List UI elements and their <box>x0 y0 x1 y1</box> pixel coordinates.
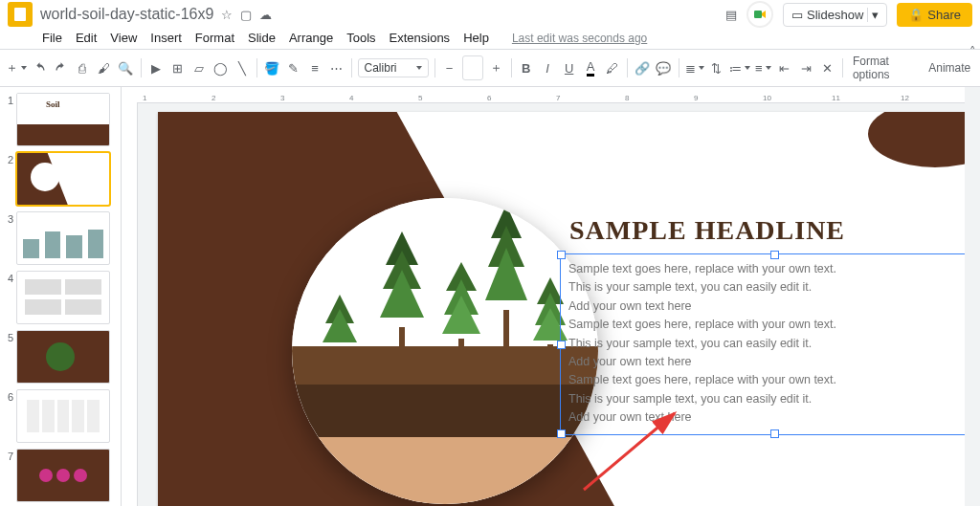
menu-arrange[interactable]: Arrange <box>289 31 333 45</box>
text-line: Sample text goes here, replace with your… <box>568 260 965 278</box>
tree-icon <box>483 205 529 385</box>
new-slide-button[interactable]: ＋ <box>6 56 27 79</box>
redo-button[interactable] <box>53 56 71 79</box>
border-weight-button[interactable]: ≡ <box>306 56 324 79</box>
slides-app-icon[interactable] <box>8 2 33 27</box>
border-color-button[interactable]: ✎ <box>284 56 302 79</box>
font-family-select[interactable]: Calibri <box>358 58 429 77</box>
slide-thumb-2[interactable] <box>16 152 110 206</box>
canvas-area: 12345678910111213 SAMPLE HEADLINE Sample… <box>122 87 965 506</box>
menu-view[interactable]: View <box>110 31 137 45</box>
dropdown-caret-icon[interactable]: ▾ <box>867 8 879 22</box>
expand-toolbar-icon[interactable]: ˄ <box>969 50 976 58</box>
print-button[interactable]: ⎙ <box>74 56 92 79</box>
slide-thumb-3[interactable] <box>16 211 110 265</box>
slideshow-button[interactable]: ▭ Slideshow ▾ <box>783 3 887 27</box>
list-bullet-button[interactable]: ≔ <box>729 56 750 79</box>
header-area: world-soil-day-static-16x9 ☆ ▢ ☁ ▤ ▭ Sli… <box>0 0 980 50</box>
text-line: Sample text goes here, replace with your… <box>568 316 965 334</box>
menu-slide[interactable]: Slide <box>248 31 276 45</box>
menu-extensions[interactable]: Extensions <box>390 31 451 45</box>
text-color-button[interactable]: A <box>582 56 600 79</box>
comments-icon[interactable]: ▤ <box>725 8 737 22</box>
svg-line-15 <box>584 413 675 490</box>
fill-color-button[interactable]: 🪣 <box>263 56 281 79</box>
resize-handle[interactable] <box>557 429 566 438</box>
menu-help[interactable]: Help <box>463 31 489 45</box>
text-line: Sample text goes here, replace with your… <box>568 371 965 389</box>
menu-insert[interactable]: Insert <box>150 31 182 45</box>
text-line: Add your own text here <box>568 353 965 371</box>
insert-link-button[interactable]: 🔗 <box>634 56 652 79</box>
clear-format-button[interactable]: ✕ <box>819 56 837 79</box>
last-edit-link[interactable]: Last edit was seconds ago <box>512 32 647 45</box>
align-button[interactable]: ≣ <box>685 56 704 79</box>
tree-icon <box>321 295 359 385</box>
present-icon: ▭ <box>791 8 803 22</box>
format-options-button[interactable]: Format options <box>849 55 921 81</box>
font-size-input[interactable] <box>462 55 483 80</box>
slide-thumb-7[interactable] <box>16 449 110 502</box>
slide-thumb-1[interactable]: Soil <box>16 93 110 146</box>
line-spacing-button[interactable]: ⇅ <box>708 56 726 79</box>
image-tool[interactable]: ▱ <box>189 56 208 79</box>
document-title[interactable]: world-soil-day-static-16x9 <box>40 6 213 23</box>
font-size-dec[interactable]: − <box>440 56 458 79</box>
text-line: Add your own text here <box>568 297 965 316</box>
zoom-button[interactable]: 🔍 <box>117 56 135 79</box>
slide-thumb-4[interactable] <box>16 271 110 324</box>
paint-format-button[interactable]: 🖌 <box>96 56 114 79</box>
svg-marker-2 <box>323 309 357 342</box>
textbox-tool[interactable]: ⊞ <box>168 56 187 79</box>
menu-tools[interactable]: Tools <box>346 31 375 45</box>
select-tool[interactable]: ▶ <box>146 56 165 79</box>
highlight-button[interactable]: 🖊 <box>603 56 621 79</box>
indent-dec-button[interactable]: ⇤ <box>776 56 794 79</box>
slide-headline[interactable]: SAMPLE HEADLINE <box>569 215 845 246</box>
right-rail <box>965 87 980 506</box>
resize-handle[interactable] <box>770 429 779 438</box>
resize-handle[interactable] <box>770 251 779 259</box>
border-dash-button[interactable]: ⋯ <box>327 56 345 79</box>
svg-rect-0 <box>754 11 762 18</box>
thumbnail-panel: 1Soil 2 3 4 5 6 7 <box>0 87 122 506</box>
horizontal-ruler: 12345678910111213 <box>122 87 965 103</box>
slide-canvas[interactable]: SAMPLE HEADLINE Sample text goes here, r… <box>158 112 965 506</box>
title-action-icons: ☆ ▢ ☁ <box>221 8 272 22</box>
slide-thumb-6[interactable] <box>16 389 110 443</box>
italic-button[interactable]: I <box>539 56 557 79</box>
star-icon[interactable]: ☆ <box>221 8 233 22</box>
share-button[interactable]: 🔒 Share <box>897 3 972 27</box>
resize-handle[interactable] <box>557 251 566 259</box>
tree-icon <box>378 231 426 385</box>
animate-button[interactable]: Animate <box>924 61 974 75</box>
insert-comment-button[interactable]: 💬 <box>655 56 673 79</box>
annotation-arrow <box>579 408 694 497</box>
corner-accent-top <box>868 112 965 167</box>
line-tool[interactable]: ╲ <box>233 56 251 79</box>
slide-thumb-5[interactable] <box>16 330 110 384</box>
text-line: This is your sample text, you can easily… <box>568 278 965 297</box>
text-line: This is your sample text, you can easily… <box>568 390 965 408</box>
toolbar: ＋ ⎙ 🖌 🔍 ▶ ⊞ ▱ ◯ ╲ 🪣 ✎ ≡ ⋯ Calibri − ＋ B … <box>0 50 980 87</box>
cloud-status-icon[interactable]: ☁ <box>259 8 272 22</box>
text-line: This is your sample text, you can easily… <box>568 335 965 353</box>
font-size-inc[interactable]: ＋ <box>487 56 505 79</box>
tree-icon <box>440 262 482 385</box>
menu-file[interactable]: File <box>42 31 62 45</box>
illustration-circle <box>292 198 598 504</box>
list-number-button[interactable]: ≡ <box>754 56 772 79</box>
indent-inc-button[interactable]: ⇥ <box>797 56 815 79</box>
undo-button[interactable] <box>31 56 49 79</box>
menu-format[interactable]: Format <box>195 31 234 45</box>
resize-handle[interactable] <box>557 341 566 349</box>
menu-bar: File Edit View Insert Format Slide Arran… <box>0 29 980 49</box>
bold-button[interactable]: B <box>517 56 535 79</box>
meet-icon[interactable] <box>746 1 773 28</box>
underline-button[interactable]: U <box>560 56 578 79</box>
lock-icon: 🔒 <box>908 8 924 22</box>
move-icon[interactable]: ▢ <box>240 8 252 22</box>
shape-tool[interactable]: ◯ <box>212 56 230 79</box>
vertical-ruler <box>122 102 138 506</box>
menu-edit[interactable]: Edit <box>76 31 97 45</box>
